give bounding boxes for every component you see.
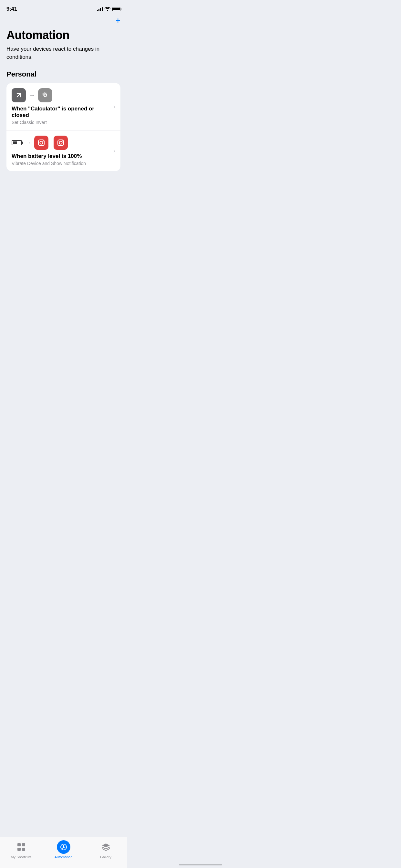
automation-battery-desc: Vibrate Device and Show Notification xyxy=(11,161,115,166)
status-bar: 9:41 xyxy=(0,0,127,16)
arrow-up-icon xyxy=(11,88,26,102)
page-subtitle: Have your devices react to changes in co… xyxy=(6,45,120,61)
svg-point-7 xyxy=(62,141,63,142)
add-automation-button[interactable]: + xyxy=(116,16,120,25)
page-title: Automation xyxy=(6,28,120,42)
automation-icons-row: → xyxy=(11,88,115,102)
status-icons xyxy=(97,6,120,12)
automation-card: → When "Calculator" is opened or closed … xyxy=(6,83,120,171)
arrow-between-icon-2: → xyxy=(25,140,31,146)
section-personal-title: Personal xyxy=(6,70,120,79)
wifi-icon xyxy=(104,6,111,12)
main-content: Automation Have your devices react to ch… xyxy=(0,28,127,171)
svg-point-3 xyxy=(40,142,43,144)
automation-calculator-desc: Set Classic Invert xyxy=(11,120,115,125)
automation-item-battery[interactable]: → When battery level xyxy=(6,130,120,171)
action-icon-1 xyxy=(34,135,49,150)
status-time: 9:41 xyxy=(6,6,17,12)
battery-trigger-icon xyxy=(11,140,22,145)
signal-bars-icon xyxy=(97,7,103,11)
svg-point-6 xyxy=(59,142,62,144)
settings-gear-icon xyxy=(38,88,52,102)
svg-rect-0 xyxy=(38,88,52,102)
automation-icons-row-battery: → xyxy=(11,135,115,150)
battery-icon xyxy=(112,7,120,11)
action-icon-2 xyxy=(54,135,68,150)
chevron-right-icon-2: › xyxy=(113,148,115,154)
automation-calculator-title: When "Calculator" is opened or closed xyxy=(11,105,115,119)
automation-item-calculator[interactable]: → When "Calculator" is opened or closed … xyxy=(6,83,120,130)
arrow-between-icon: → xyxy=(29,92,35,99)
chevron-right-icon: › xyxy=(113,103,115,110)
top-bar: + xyxy=(0,16,127,28)
svg-point-4 xyxy=(42,141,43,142)
automation-battery-title: When battery level is 100% xyxy=(11,153,115,159)
